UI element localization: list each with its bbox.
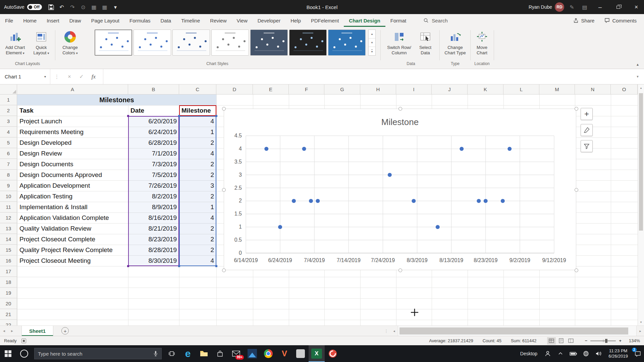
ribbon-tab-draw[interactable]: Draw bbox=[64, 14, 86, 27]
mail-app-icon[interactable]: 99+ bbox=[228, 345, 244, 362]
column-header-i[interactable]: I bbox=[396, 84, 432, 95]
cortana-button[interactable] bbox=[16, 345, 32, 362]
battery-button[interactable] bbox=[567, 345, 580, 362]
date-cell[interactable]: 6/28/2019 bbox=[128, 137, 179, 148]
chart-resize-handle[interactable] bbox=[575, 107, 578, 111]
store-app-icon[interactable] bbox=[212, 345, 228, 362]
taskbar-clock[interactable]: 11:23 PM 6/26/2019 bbox=[605, 348, 631, 359]
task-cell[interactable]: Quality Validation Review bbox=[17, 223, 128, 234]
row-header-20[interactable]: 20 bbox=[0, 298, 17, 309]
row-header-16[interactable]: 16 bbox=[0, 255, 17, 266]
milestone-cell[interactable]: 4 bbox=[179, 116, 216, 127]
start-button[interactable] bbox=[0, 345, 16, 362]
ribbon-tab-file[interactable]: File bbox=[0, 14, 18, 27]
chart-style-5[interactable] bbox=[250, 29, 288, 56]
autosave-switch[interactable]: Off bbox=[27, 4, 42, 10]
gallery-scroll-down-button[interactable]: ▾ bbox=[369, 39, 375, 47]
date-cell[interactable]: 7/5/2019 bbox=[128, 170, 179, 180]
milestone-cell[interactable]: 2 bbox=[179, 159, 216, 170]
date-cell[interactable]: 7/26/2019 bbox=[128, 180, 179, 191]
task-cell[interactable]: Project Launch bbox=[17, 116, 128, 127]
milestone-cell[interactable]: 3 bbox=[179, 180, 216, 191]
normal-view-button[interactable] bbox=[547, 337, 556, 345]
milestone-cell[interactable]: 4 bbox=[179, 148, 216, 159]
file-explorer-app-icon[interactable] bbox=[196, 345, 212, 362]
row-header-19[interactable]: 19 bbox=[0, 288, 17, 298]
chart-resize-handle[interactable] bbox=[222, 107, 226, 111]
quick-layout-button[interactable]: Quick Layout▾ bbox=[30, 29, 53, 56]
column-header-l[interactable]: L bbox=[503, 84, 539, 95]
prev-sheet-button[interactable]: ◂ bbox=[0, 328, 8, 333]
date-cell[interactable]: 8/16/2019 bbox=[128, 213, 179, 223]
milestone-cell[interactable]: 4 bbox=[179, 255, 216, 266]
confirm-entry-button[interactable]: ✓ bbox=[75, 73, 88, 80]
network-button[interactable] bbox=[580, 345, 592, 362]
scroll-down-button[interactable]: ▾ bbox=[638, 319, 644, 325]
horizontal-scroll-thumb[interactable] bbox=[399, 327, 628, 335]
vertical-scroll-thumb[interactable] bbox=[639, 93, 643, 231]
ribbon-tab-view[interactable]: View bbox=[232, 14, 253, 27]
gallery-scroll-up-button[interactable]: ▴ bbox=[369, 30, 375, 39]
chart-style-2[interactable] bbox=[133, 29, 171, 56]
row-header-1[interactable]: 1 bbox=[0, 95, 17, 105]
milestone-cell[interactable]: 2 bbox=[179, 223, 216, 234]
restore-button[interactable] bbox=[610, 0, 626, 14]
column-header-c[interactable]: C bbox=[179, 84, 216, 95]
chrome-app-icon[interactable] bbox=[260, 345, 276, 362]
chart-style-4[interactable] bbox=[211, 29, 249, 56]
vertical-scrollbar[interactable]: ▴ ▾ bbox=[638, 84, 644, 325]
edge-app-icon[interactable]: e bbox=[180, 345, 196, 362]
task-cell[interactable]: Design Developed bbox=[17, 137, 128, 148]
ribbon-tab-developer[interactable]: Developer bbox=[253, 14, 285, 27]
zoom-in-button[interactable]: + bbox=[619, 338, 622, 343]
avatar[interactable]: RD bbox=[555, 2, 564, 12]
task-cell[interactable]: Project Closeout Complete bbox=[17, 234, 128, 245]
tab-splitter-icon[interactable]: ⋮ bbox=[382, 328, 390, 334]
minimize-button[interactable]: – bbox=[592, 0, 608, 14]
redo-button[interactable]: ↷ bbox=[67, 2, 77, 12]
zoom-level[interactable]: 134% bbox=[625, 338, 640, 343]
inking-button[interactable]: ⊙ bbox=[78, 2, 88, 12]
row-header-21[interactable]: 21 bbox=[0, 309, 17, 320]
row-header-22[interactable]: 22 bbox=[0, 320, 17, 325]
row-header-2[interactable]: 2 bbox=[0, 105, 17, 116]
ribbon-tab-pdfelement[interactable]: PDFelement bbox=[306, 14, 344, 27]
chart-resize-handle[interactable] bbox=[575, 188, 578, 192]
name-box[interactable]: Chart 1 ▾ bbox=[0, 69, 50, 84]
collapse-ribbon-button[interactable]: ▴ bbox=[637, 62, 639, 67]
comments-button[interactable]: Comments bbox=[604, 18, 637, 23]
column-header-b[interactable]: B bbox=[128, 84, 179, 95]
excel-app-icon[interactable]: X bbox=[309, 345, 325, 362]
ribbon-tab-format[interactable]: Format bbox=[385, 14, 412, 27]
switch-row-column-button[interactable]: Switch Row/ Column bbox=[384, 29, 414, 56]
date-cell[interactable]: 7/3/2019 bbox=[128, 159, 179, 170]
ribbon-tab-insert[interactable]: Insert bbox=[42, 14, 64, 27]
select-data-button[interactable]: Select Data bbox=[416, 29, 435, 56]
gray-app-icon[interactable] bbox=[292, 345, 309, 362]
header-cell-task[interactable]: Task bbox=[17, 105, 128, 116]
task-view-button[interactable] bbox=[164, 345, 180, 362]
row-header-3[interactable]: 3 bbox=[0, 116, 17, 127]
zoom-slider[interactable] bbox=[590, 338, 616, 344]
row-header-13[interactable]: 13 bbox=[0, 223, 17, 234]
expand-formula-bar-button[interactable]: ▾ bbox=[631, 74, 644, 79]
people-button[interactable] bbox=[541, 345, 554, 362]
merged-title-cell[interactable]: Milestones bbox=[17, 95, 216, 105]
chart-resize-handle[interactable] bbox=[222, 268, 226, 272]
milestone-cell[interactable]: 1 bbox=[179, 127, 216, 137]
taskbar-search-box[interactable]: Type here to search bbox=[34, 348, 162, 359]
macro-record-icon[interactable] bbox=[21, 339, 26, 343]
desktop-label[interactable]: Desktop bbox=[516, 351, 541, 356]
ribbon-tab-page-layout[interactable]: Page Layout bbox=[86, 14, 124, 27]
task-cell[interactable]: Quality Project Review Complete bbox=[17, 245, 128, 255]
select-all-corner[interactable] bbox=[0, 84, 17, 95]
table-tool-button[interactable]: ▦ bbox=[89, 2, 99, 12]
row-header-10[interactable]: 10 bbox=[0, 191, 17, 202]
row-header-15[interactable]: 15 bbox=[0, 245, 17, 255]
tray-expand-button[interactable] bbox=[554, 345, 567, 362]
chart-style-button[interactable] bbox=[581, 124, 593, 136]
column-header-m[interactable]: M bbox=[539, 84, 575, 95]
next-sheet-button[interactable]: ▸ bbox=[8, 328, 16, 333]
column-header-d[interactable]: D bbox=[216, 84, 253, 95]
tell-me-search[interactable]: Search bbox=[423, 14, 448, 27]
